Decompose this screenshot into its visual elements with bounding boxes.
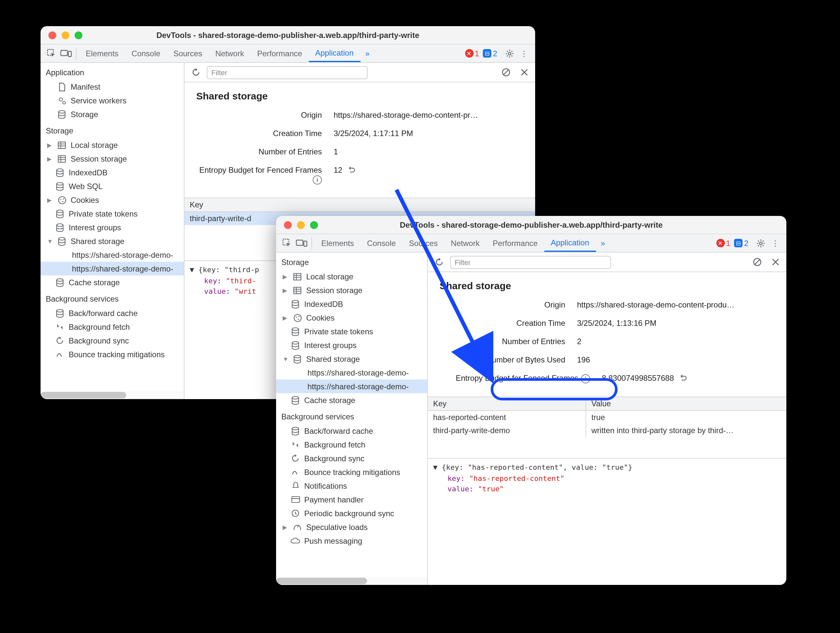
sidebar-item-bgs[interactable]: Background sync [41,334,184,347]
sidebar-item-cookies[interactable]: ▶Cookies [276,311,427,325]
sidebar-item-bfc[interactable]: Back/forward cache [276,424,427,438]
tab-application[interactable]: Application [544,234,596,252]
sidebar-item-interest-groups[interactable]: Interest groups [41,221,184,234]
gear-icon[interactable] [754,236,768,250]
scrollbar[interactable] [41,391,184,399]
more-tabs-icon[interactable]: » [596,236,610,250]
kebab-icon[interactable]: ⋮ [768,236,782,250]
sidebar-item-shared-storage[interactable]: ▼Shared storage [276,352,427,366]
clear-icon[interactable] [750,255,764,269]
sidebar-item-bfc[interactable]: Back/forward cache [41,306,184,320]
sidebar-item-speculative[interactable]: ▶Speculative loads [276,520,427,534]
tab-network[interactable]: Network [209,44,251,62]
tab-performance[interactable]: Performance [486,234,544,252]
sidebar-item-cache-storage[interactable]: Cache storage [276,393,427,407]
svg-point-17 [58,237,65,240]
sidebar-item-indexeddb[interactable]: IndexedDB [276,297,427,311]
database-icon [55,209,65,218]
error-count[interactable]: ✕1 [465,49,479,58]
sidebar-item-notifications[interactable]: Notifications [276,479,427,493]
tab-elements[interactable]: Elements [315,234,360,252]
table-row[interactable]: has-reported-contenttrue [428,411,786,424]
zoom-icon[interactable] [310,221,318,229]
sidebar-item-payment[interactable]: Payment handler [276,493,427,507]
minimize-icon[interactable] [297,221,305,229]
tab-sources[interactable]: Sources [167,44,209,62]
clear-icon[interactable] [499,65,513,79]
error-count[interactable]: ✕1 [716,238,730,248]
detail-panel: Shared storage Originhttps://shared-stor… [428,272,786,397]
sidebar-item-service-workers[interactable]: Service workers [41,93,184,107]
more-tabs-icon[interactable]: » [360,46,374,60]
sidebar-item-ss-origin-2[interactable]: https://shared-storage-demo- [276,379,427,393]
sync-icon [55,322,65,332]
minimize-icon[interactable] [62,31,69,39]
bounce-icon [291,467,300,477]
refresh-icon[interactable] [432,255,446,269]
sidebar-item-bgf[interactable]: Background fetch [276,438,427,451]
titlebar[interactable]: DevTools - shared-storage-demo-publisher… [276,216,786,234]
sidebar-item-ss-origin-1[interactable]: https://shared-storage-demo- [41,248,184,262]
sidebar-item-push[interactable]: Push messaging [276,534,427,548]
sidebar-item-manifest[interactable]: Manifest [41,80,184,93]
svg-point-28 [294,314,301,321]
sidebar-item-indexeddb[interactable]: IndexedDB [41,166,184,179]
tab-console[interactable]: Console [360,234,402,252]
sidebar-item-bgf[interactable]: Background fetch [41,320,184,334]
zoom-icon[interactable] [74,31,82,39]
sidebar-item-interest-groups[interactable]: Interest groups [276,338,427,352]
message-count[interactable]: ⊟2 [734,238,748,248]
svg-point-27 [292,300,298,303]
info-icon[interactable]: i [581,374,590,384]
sidebar-item-ss-origin-2[interactable]: https://shared-storage-demo- [41,262,184,275]
svg-point-24 [759,242,762,245]
sidebar-item-private-state-tokens[interactable]: Private state tokens [276,325,427,338]
sidebar-item-btm[interactable]: Bounce tracking mitigations [276,465,427,479]
tab-console[interactable]: Console [125,44,167,62]
table-row[interactable]: third-party-write-demowritten into third… [428,424,786,437]
tab-elements[interactable]: Elements [79,44,125,62]
sidebar-item-session-storage[interactable]: ▶Session storage [41,152,184,166]
message-count[interactable]: ⊟2 [483,49,497,58]
sidebar-item-ss-origin-1[interactable]: https://shared-storage-demo- [276,366,427,379]
gear-icon[interactable] [502,46,517,60]
close-icon[interactable] [284,221,292,229]
titlebar[interactable]: DevTools - shared-storage-demo-publisher… [41,26,535,44]
device-icon[interactable] [59,46,73,60]
refresh-icon[interactable] [188,65,203,79]
sidebar-item-bgs[interactable]: Background sync [276,451,427,465]
sidebar-item-periodic-sync[interactable]: Periodic background sync [276,507,427,520]
info-icon[interactable]: i [313,175,322,185]
filter-input[interactable]: Filter [450,256,611,268]
sidebar-item-shared-storage[interactable]: ▼Shared storage [41,234,184,248]
sidebar-item-cache-storage[interactable]: Cache storage [41,275,184,289]
sidebar-item-session-storage[interactable]: ▶Session storage [276,283,427,297]
sidebar-item-cookies[interactable]: ▶Cookies [41,193,184,207]
value-bytes: 196 [577,355,775,365]
undo-icon[interactable] [347,166,355,174]
object-inspector[interactable]: ▼ {key: "has-reported-content", value: "… [428,459,786,499]
kebab-icon[interactable]: ⋮ [517,46,531,60]
tab-sources[interactable]: Sources [402,234,444,252]
sidebar-item-local-storage[interactable]: ▶Local storage [41,138,184,152]
tab-application[interactable]: Application [309,44,360,62]
inspect-icon[interactable] [44,46,59,60]
value-creation-time: 3/25/2024, 1:17:11 PM [334,129,523,138]
filter-input[interactable]: Filter [207,66,368,79]
close-icon[interactable] [517,65,531,79]
sidebar-item-btm[interactable]: Bounce tracking mitigations [41,347,184,361]
sidebar-item-websql[interactable]: Web SQL [41,179,184,193]
device-icon[interactable] [294,236,309,250]
scrollbar[interactable] [276,577,427,585]
sidebar-item-local-storage[interactable]: ▶Local storage [276,270,427,283]
tab-network[interactable]: Network [444,234,486,252]
close-icon[interactable] [768,255,782,269]
refresh-icon [55,336,65,346]
inspect-icon[interactable] [280,236,294,250]
sidebar-item-private-state-tokens[interactable]: Private state tokens [41,207,184,221]
tab-performance[interactable]: Performance [251,44,308,62]
svg-point-12 [60,199,61,200]
sidebar-item-storage[interactable]: Storage [41,107,184,121]
close-icon[interactable] [48,31,56,39]
undo-icon[interactable] [678,374,687,382]
